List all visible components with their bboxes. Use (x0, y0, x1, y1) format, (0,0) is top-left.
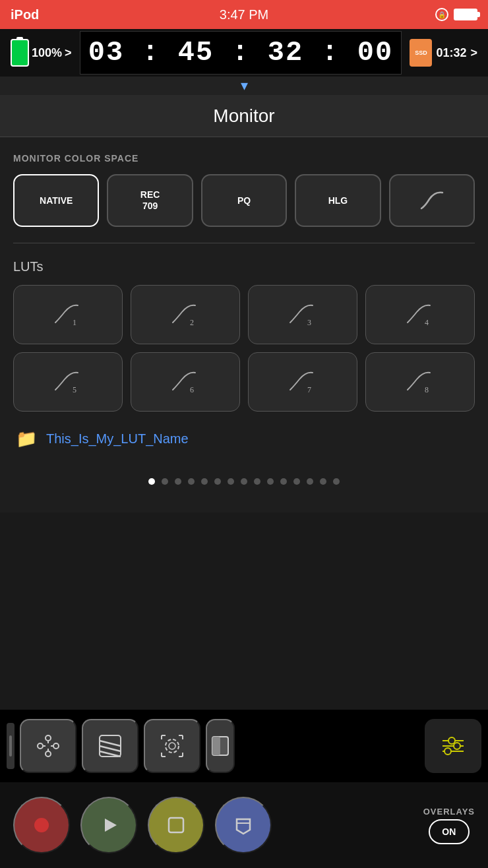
monitor-title-bar: Monitor (0, 95, 488, 137)
half-tool-button[interactable] (206, 719, 235, 773)
lut2-curve-icon: 2 (170, 301, 200, 328)
lut5-curve-icon: 5 (53, 369, 83, 395)
overlays-toggle[interactable]: ON (429, 819, 470, 844)
ssd-status[interactable]: SSD 01:32 > (410, 39, 477, 67)
svg-point-36 (454, 743, 460, 749)
chevron-down-icon: ▾ (241, 77, 248, 94)
svg-point-34 (448, 737, 455, 744)
lock-icon: 🔒 (435, 8, 448, 21)
svg-text:8: 8 (425, 385, 429, 394)
lut-btn-1[interactable]: 1 (13, 285, 123, 344)
clips-button[interactable] (215, 797, 272, 853)
svg-point-38 (444, 748, 451, 755)
lut8-curve-icon: 8 (405, 369, 435, 395)
overlays-label: OVERLAYS (423, 807, 475, 817)
toolbar-left-edge (7, 723, 15, 769)
divider (13, 243, 475, 243)
ssd-chevron: > (470, 46, 477, 60)
pagination-dot-10[interactable] (280, 478, 287, 485)
pagination-dot-6[interactable] (228, 478, 234, 485)
lut-file-row[interactable]: 📁 This_Is_My_LUT_Name (13, 422, 475, 456)
pagination-dot-0[interactable] (148, 478, 155, 485)
cs-btn-native[interactable]: NATIVE (13, 174, 99, 227)
main-content: MONITOR COLOR SPACE NATIVE REC709 PQ HLG (0, 137, 488, 512)
lut7-curve-icon: 7 (288, 369, 318, 395)
lut-filename: This_Is_My_LUT_Name (46, 431, 189, 447)
cs-btn-rec709[interactable]: REC709 (107, 174, 193, 227)
battery-bar-icon (11, 39, 29, 67)
pagination-dot-9[interactable] (267, 478, 274, 485)
pattern-tool-button[interactable] (82, 719, 138, 773)
svg-line-18 (100, 741, 121, 746)
pagination-dot-11[interactable] (293, 478, 300, 485)
lut4-curve-icon: 4 (405, 301, 435, 328)
lut-btn-4[interactable]: 4 (365, 285, 475, 344)
svg-rect-41 (169, 818, 183, 832)
ssd-label: SSD (415, 49, 427, 56)
cs-btn-hlg[interactable]: HLG (295, 174, 381, 227)
svg-point-22 (169, 743, 175, 749)
svg-line-20 (100, 751, 121, 757)
svg-marker-40 (105, 819, 117, 832)
svg-point-39 (34, 818, 49, 832)
cs-btn-curve[interactable] (389, 174, 475, 227)
face-detection-icon (158, 731, 187, 760)
ssd-time: 01:32 (436, 46, 466, 60)
cs-btn-pq[interactable]: PQ (201, 174, 287, 227)
nodes-tool-button[interactable] (20, 719, 76, 773)
sliders-icon (439, 731, 468, 760)
lut-btn-5[interactable]: 5 (13, 352, 123, 412)
face-tool-button[interactable] (144, 719, 200, 773)
stop-icon (164, 813, 189, 838)
color-space-buttons: NATIVE REC709 PQ HLG (13, 174, 475, 227)
pagination-dot-1[interactable] (162, 478, 168, 485)
lut-btn-8[interactable]: 8 (365, 352, 475, 412)
lut-btn-7[interactable]: 7 (248, 352, 357, 412)
pagination-dot-4[interactable] (201, 478, 208, 485)
pagination-dot-8[interactable] (254, 478, 260, 485)
settings-button[interactable] (425, 719, 481, 773)
bottom-controls: OVERLAYS ON (0, 782, 488, 868)
pagination-dot-2[interactable] (175, 478, 181, 485)
pagination-dot-3[interactable] (188, 478, 195, 485)
lut-btn-2[interactable]: 2 (131, 285, 240, 344)
nodes-icon (34, 731, 63, 760)
pagination-dot-13[interactable] (320, 478, 326, 485)
lut1-curve-icon: 1 (53, 301, 83, 328)
lut6-curve-icon: 6 (170, 369, 200, 395)
svg-text:4: 4 (425, 318, 429, 327)
play-icon (96, 813, 121, 838)
svg-text:6: 6 (190, 385, 194, 394)
lut-btn-6[interactable]: 6 (131, 352, 240, 412)
lut3-curve-icon: 3 (288, 301, 318, 328)
record-icon (29, 813, 54, 838)
battery-percent: 100% (32, 46, 62, 60)
record-button[interactable] (13, 797, 70, 853)
play-button[interactable] (80, 797, 137, 853)
lut-btn-3[interactable]: 3 (248, 285, 357, 344)
pagination-dot-12[interactable] (307, 478, 313, 485)
svg-point-10 (53, 743, 59, 749)
chevron-bar[interactable]: ▾ (0, 77, 488, 95)
pagination-dot-5[interactable] (214, 478, 221, 485)
pagination-dot-14[interactable] (333, 478, 340, 485)
status-bar: iPod 3:47 PM 🔒 (0, 0, 488, 29)
luts-section: LUTs 1 2 3 (13, 259, 475, 456)
stop-button[interactable] (148, 797, 204, 853)
recording-bar: 100% > 03 : 45 : 32 : 00 SSD 01:32 > (0, 29, 488, 77)
bottom-toolbar (0, 710, 488, 782)
svg-point-9 (38, 743, 43, 749)
color-space-section: MONITOR COLOR SPACE NATIVE REC709 PQ HLG (13, 153, 475, 227)
battery-status[interactable]: 100% > (11, 39, 72, 67)
monitor-title: Monitor (213, 106, 274, 127)
svg-text:7: 7 (307, 385, 311, 394)
svg-point-11 (46, 735, 51, 741)
timecode-display: 03 : 45 : 32 : 00 (80, 31, 402, 75)
svg-text:2: 2 (190, 318, 194, 327)
curve-icon (419, 187, 445, 214)
ssd-icon: SSD (410, 39, 432, 67)
pagination-dot-7[interactable] (241, 478, 247, 485)
svg-text:3: 3 (307, 318, 311, 327)
svg-line-19 (100, 746, 121, 751)
battery-chevron: > (65, 46, 72, 60)
